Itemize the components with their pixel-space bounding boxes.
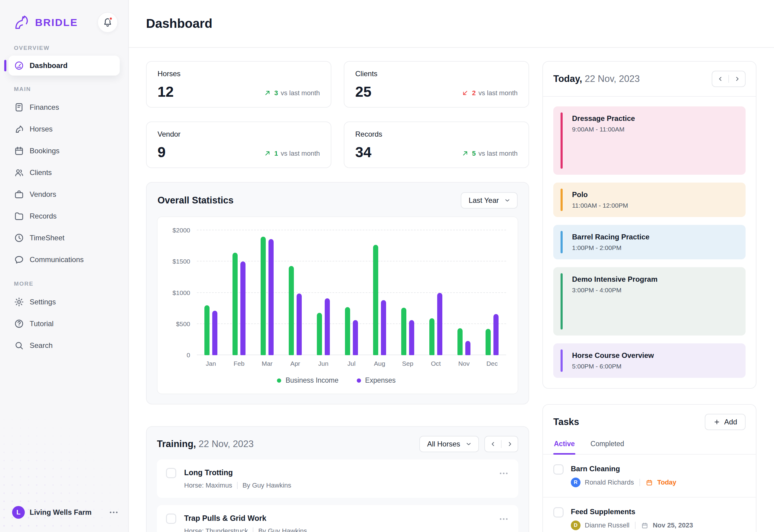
tab-active[interactable]: Active [553, 437, 575, 454]
training-item-menu-button[interactable] [498, 468, 509, 479]
horse-logo-icon [12, 13, 31, 32]
farm-name: Living Wells Farm [30, 508, 103, 517]
stat-label: Vendor [158, 130, 320, 138]
calendar-icon [646, 479, 653, 486]
sidebar-item-label: Tutorial [30, 320, 54, 328]
chart-group-mar [253, 230, 281, 355]
assignee-avatar: D [571, 521, 581, 530]
event-color-bar [561, 273, 563, 329]
events-list: Dressage Practice9:00AM - 11:00AMPolo11:… [543, 97, 756, 388]
stat-card-horses: Horses123vs last month [146, 61, 331, 108]
stat-delta: 5vs last month [461, 149, 518, 160]
sidebar-item-dashboard[interactable]: Dashboard [8, 56, 120, 76]
bar-expenses-apr [297, 294, 302, 355]
farm-avatar: L [12, 506, 25, 519]
task-due-date: Today [657, 478, 676, 486]
chart-panel: $2000$1500$1000$5000 JanFebMarAprJunJulA… [157, 216, 518, 394]
tasks-title: Tasks [553, 417, 579, 427]
search-icon [14, 340, 24, 351]
sidebar-item-communications[interactable]: Communications [8, 249, 120, 270]
sidebar-item-tutorial[interactable]: Tutorial [8, 313, 120, 334]
chevron-left-icon [717, 75, 724, 83]
sidebar-item-finances[interactable]: Finances [8, 97, 120, 118]
event-horse-course-overview[interactable]: Horse Course Overview5:00PM - 6:00PM [553, 343, 746, 378]
notification-dot [109, 17, 113, 21]
bar-business-income-jan [204, 305, 210, 355]
bar-expenses-oct [437, 293, 442, 355]
legend-item-expenses: Expenses [357, 376, 396, 384]
training-item-menu-button[interactable] [498, 514, 509, 524]
sidebar-item-bookings[interactable]: Bookings [8, 140, 120, 161]
stat-delta-value: 3 [274, 89, 278, 97]
training-checkbox[interactable] [166, 514, 176, 524]
task-checkbox[interactable] [553, 464, 564, 475]
chart-bars [197, 230, 506, 355]
bar-business-income-oct [429, 318, 434, 355]
sidebar-item-label: Horses [30, 125, 53, 133]
event-color-bar [561, 112, 563, 169]
training-horse-filter[interactable]: All Horses [419, 436, 479, 452]
tasks-tabs: ActiveCompleted [543, 437, 756, 455]
chart-title: Overall Statistics [158, 195, 234, 206]
sidebar-footer: L Living Wells Farm [0, 506, 128, 532]
sidebar-item-clients[interactable]: Clients [8, 162, 120, 183]
today-prev-button[interactable] [712, 71, 728, 86]
event-time: 5:00PM - 6:00PM [572, 363, 738, 370]
add-task-button[interactable]: Add [705, 414, 746, 430]
x-tick-label: Oct [422, 360, 450, 367]
training-checkbox[interactable] [166, 468, 176, 478]
training-card: Training, 22 Nov, 2023 All Horses [146, 426, 529, 532]
today-next-button[interactable] [729, 71, 745, 86]
bar-business-income-dec [486, 329, 491, 355]
training-item-title: Long Trotting [184, 468, 498, 477]
x-tick-label: Jul [337, 360, 366, 367]
sidebar: BRIDLE OVERVIEWDashboardMAINFinancesHors… [0, 0, 129, 532]
tab-completed[interactable]: Completed [590, 437, 625, 454]
chevron-down-icon [504, 197, 511, 204]
sidebar-item-vendors[interactable]: Vendors [8, 184, 120, 205]
nav-section-label-overview: OVERVIEW [14, 45, 120, 51]
bar-business-income-jul [345, 307, 350, 355]
bar-expenses-jul [353, 320, 358, 355]
sidebar-item-label: Search [30, 341, 53, 350]
calendar-icon [641, 522, 649, 529]
sidebar-item-label: TimeSheet [30, 234, 64, 242]
chart-range-select[interactable]: Last Year [461, 192, 518, 209]
sidebar-item-settings[interactable]: Settings [8, 291, 120, 313]
farm-menu-button[interactable] [108, 507, 119, 518]
stat-label: Clients [355, 70, 518, 78]
event-time: 11:00AM - 12:00PM [572, 202, 738, 209]
y-tick-label: $2000 [167, 227, 190, 234]
notifications-button[interactable] [97, 12, 118, 33]
event-demo-intensive-program[interactable]: Demo Intensive Program3:00PM - 4:00PM [553, 267, 746, 336]
meta-divider [635, 522, 636, 529]
x-tick-label: Feb [225, 360, 253, 367]
brand-name: BRIDLE [35, 17, 78, 28]
task-due-date: Nov 25, 2023 [653, 521, 693, 529]
sidebar-item-records[interactable]: Records [8, 206, 120, 227]
x-tick-label: Nov [450, 360, 478, 367]
event-dressage-practice[interactable]: Dressage Practice9:00AM - 11:00AM [553, 106, 746, 175]
training-horse-filter-value: All Horses [427, 440, 460, 448]
event-title: Dressage Practice [572, 114, 738, 123]
stat-delta: 1vs last month [263, 149, 320, 160]
meta-divider [253, 527, 253, 532]
event-barrel-racing-practice[interactable]: Barrel Racing Practice1:00PM - 2:00PM [553, 225, 746, 259]
sidebar-item-search[interactable]: Search [8, 335, 120, 356]
training-next-button[interactable] [502, 436, 518, 452]
task-checkbox[interactable] [553, 507, 564, 517]
y-tick-label: $500 [167, 320, 190, 328]
arrow-down-left-icon [461, 89, 469, 97]
brand: BRIDLE [12, 13, 78, 32]
training-prev-button[interactable] [485, 436, 501, 452]
sidebar-item-label: Communications [30, 255, 84, 264]
sidebar-item-timesheet[interactable]: TimeSheet [8, 227, 120, 248]
sidebar-item-horses[interactable]: Horses [8, 118, 120, 140]
y-tick-label: 0 [167, 352, 190, 359]
training-item-meta: Horse: ThunderstruckBy Guy Hawkins [184, 527, 498, 532]
right-column: Today, 22 Nov, 2023 Dressage Practice9:0… [542, 61, 756, 532]
nav-section-label-main: MAIN [14, 86, 120, 92]
event-polo[interactable]: Polo11:00AM - 12:00PM [553, 183, 746, 217]
chevron-right-icon [733, 75, 741, 83]
arrow-up-right-icon [263, 149, 272, 157]
